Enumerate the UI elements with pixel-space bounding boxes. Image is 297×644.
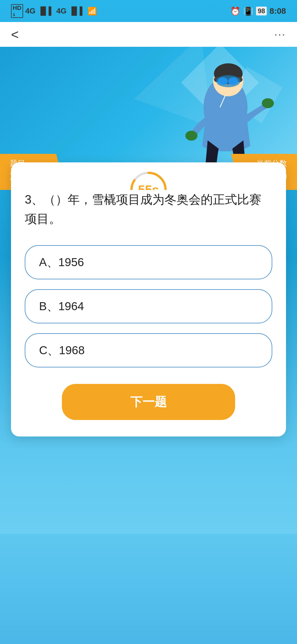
back-button[interactable]: < — [11, 27, 19, 42]
nav-bar: < ··· — [0, 22, 297, 47]
timer-container: 55s — [129, 171, 168, 190]
more-button[interactable]: ··· — [274, 29, 286, 40]
bottom-background — [0, 534, 297, 644]
signal-bars1: ▐▌▌ — [38, 7, 54, 15]
hd-icon: HD₁ — [11, 4, 23, 18]
status-right: ⏰ 📳 98 8:08 — [230, 6, 286, 16]
timer-value: 55s — [138, 182, 159, 190]
wifi-icon: 📶 — [87, 7, 97, 16]
quiz-card: 3、（）年，雪橇项目成为冬奥会的正式比赛项目。 A、1956 B、1964 C、… — [11, 162, 286, 436]
vibration-icon: 📳 — [243, 6, 253, 16]
svg-point-5 — [218, 77, 228, 85]
alarm-icon: ⏰ — [230, 6, 240, 16]
svg-point-8 — [185, 131, 197, 141]
question-text: 3、（）年，雪橇项目成为冬奥会的正式比赛项目。 — [25, 190, 272, 229]
svg-point-9 — [262, 98, 274, 108]
clock-time: 8:08 — [270, 6, 286, 16]
timer-circle: 55s — [129, 171, 168, 190]
signal-bars2: ▐▌▌ — [69, 7, 85, 15]
signal-4g1: 4G — [25, 7, 35, 15]
status-left: HD₁ 4G ▐▌▌ 4G ▐▌▌ 📶 — [11, 4, 97, 18]
next-question-button[interactable]: 下一题 — [62, 384, 235, 420]
svg-point-6 — [228, 77, 238, 85]
option-a-button[interactable]: A、1956 — [25, 245, 272, 279]
status-bar: HD₁ 4G ▐▌▌ 4G ▐▌▌ 📶 ⏰ 📳 98 8:08 — [0, 0, 297, 22]
battery-level: 98 — [256, 7, 267, 15]
option-b-button[interactable]: B、1964 — [25, 289, 272, 323]
option-c-button[interactable]: C、1968 — [25, 333, 272, 367]
signal-4g2: 4G — [56, 7, 67, 15]
